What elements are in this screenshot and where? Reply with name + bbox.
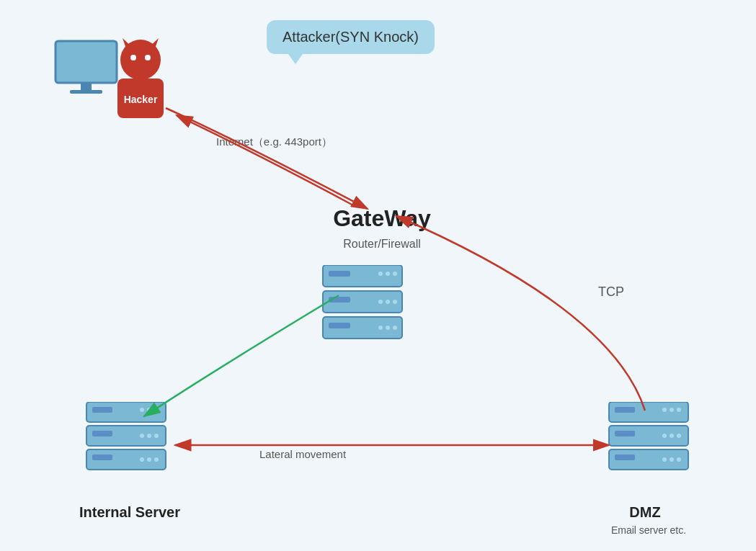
svg-rect-36 — [92, 454, 112, 460]
gateway-server-icon — [316, 265, 409, 351]
svg-point-27 — [140, 408, 144, 412]
svg-rect-16 — [329, 297, 350, 303]
svg-point-6 — [130, 55, 136, 61]
svg-point-23 — [386, 326, 390, 330]
internet-label: Internet（e.g. 443port） — [216, 135, 332, 149]
svg-point-19 — [393, 300, 397, 304]
svg-point-37 — [140, 457, 144, 462]
svg-rect-0 — [55, 41, 117, 83]
svg-point-53 — [670, 457, 674, 462]
svg-rect-46 — [615, 431, 635, 436]
dmz-label: DMZ — [602, 504, 688, 521]
svg-point-43 — [670, 408, 674, 412]
svg-point-48 — [670, 434, 674, 438]
lateral-label: Lateral movement — [259, 448, 346, 460]
svg-rect-2 — [70, 90, 102, 94]
hacker-icon: Hacker — [112, 32, 184, 126]
svg-rect-51 — [615, 454, 635, 460]
svg-rect-11 — [329, 271, 350, 277]
svg-point-54 — [677, 457, 681, 462]
tcp-label: TCP — [598, 285, 624, 300]
svg-point-18 — [386, 300, 390, 304]
svg-point-5 — [120, 40, 161, 80]
svg-point-13 — [386, 272, 390, 276]
internal-server-icon — [83, 402, 169, 485]
svg-point-14 — [393, 272, 397, 276]
svg-point-29 — [154, 408, 159, 412]
svg-point-17 — [378, 300, 383, 304]
svg-point-7 — [145, 55, 151, 61]
dmz-sub-label: Email server etc. — [591, 524, 706, 536]
svg-rect-26 — [92, 407, 112, 413]
svg-point-49 — [677, 434, 681, 438]
dmz-server-icon — [605, 402, 692, 485]
svg-rect-1 — [81, 83, 92, 90]
svg-point-44 — [677, 408, 681, 412]
svg-point-24 — [393, 326, 397, 330]
svg-rect-21 — [329, 323, 350, 328]
attacker-bubble: Attacker(SYN Knock) — [267, 20, 435, 54]
svg-point-33 — [147, 434, 151, 438]
svg-rect-41 — [615, 407, 635, 413]
gateway-label: GateWay — [303, 205, 461, 232]
svg-point-12 — [378, 272, 383, 276]
svg-point-34 — [154, 434, 159, 438]
monitor-icon — [52, 37, 120, 99]
svg-point-39 — [154, 457, 159, 462]
svg-point-47 — [662, 434, 667, 438]
router-label: Router/Firewall — [317, 238, 447, 251]
svg-rect-31 — [92, 431, 112, 436]
svg-point-38 — [147, 457, 151, 462]
internal-server-label: Internal Server — [65, 504, 195, 521]
svg-point-52 — [662, 457, 667, 462]
svg-point-28 — [147, 408, 151, 412]
diagram-container: { "title": "Network Security Diagram", "… — [0, 0, 756, 551]
svg-point-22 — [378, 326, 383, 330]
svg-text:Hacker: Hacker — [124, 94, 158, 105]
svg-point-42 — [662, 408, 667, 412]
svg-point-32 — [140, 434, 144, 438]
